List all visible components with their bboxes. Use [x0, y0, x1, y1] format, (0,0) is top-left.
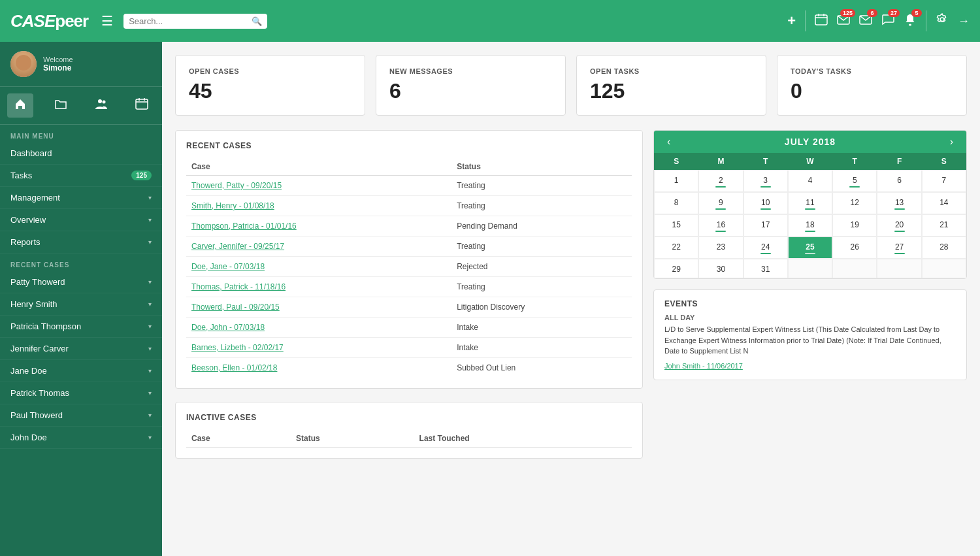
- case-link[interactable]: Carver, Jennifer - 09/25/17: [191, 242, 284, 251]
- calendar-cell[interactable]: 18: [788, 214, 832, 237]
- settings-button[interactable]: [936, 13, 949, 29]
- sidebar-item-management[interactable]: Management ▾: [0, 187, 162, 209]
- sidebar-item-reports[interactable]: Reports ▾: [0, 231, 162, 253]
- sidebar-recent-john-doe[interactable]: John Doe ▾: [0, 427, 162, 449]
- calendar-cell[interactable]: 9: [698, 192, 743, 214]
- case-link[interactable]: Thomas, Patrick - 11/18/16: [191, 282, 286, 291]
- sidebar-recent-jennifer-carver[interactable]: Jennifer Carver ▾: [0, 338, 162, 360]
- sidebar-recent-patty-thowerd[interactable]: Patty Thowerd ▾: [0, 271, 162, 293]
- sidebar-recent-henry-smith[interactable]: Henry Smith ▾: [0, 293, 162, 316]
- sidebar-item-dashboard[interactable]: Dashboard: [0, 142, 162, 165]
- sidebar-item-tasks[interactable]: Tasks 125: [0, 165, 162, 187]
- col-case: Case: [186, 158, 451, 176]
- sidebar-folder-icon[interactable]: [48, 93, 74, 118]
- hamburger-button[interactable]: ☰: [101, 13, 113, 29]
- day-number: 21: [939, 220, 948, 229]
- day-number: 28: [939, 242, 948, 252]
- cal-next-button[interactable]: ›: [946, 136, 957, 148]
- calendar-cell[interactable]: [922, 259, 966, 278]
- calendar-cell[interactable]: 8: [654, 192, 698, 214]
- sidebar-item-overview[interactable]: Overview ▾: [0, 209, 162, 231]
- calendar-cell[interactable]: 20: [877, 214, 921, 237]
- table-row: Thomas, Patrick - 11/18/16 Treating: [186, 277, 632, 297]
- sidebar: Welcome Simone MAIN MENU Dashboard Tasks: [0, 42, 162, 556]
- calendar-cell[interactable]: 24: [743, 237, 788, 259]
- calendar-cell[interactable]: 12: [832, 192, 877, 214]
- calendar-cell[interactable]: 17: [743, 214, 788, 237]
- col-status: Status: [291, 430, 414, 448]
- calendar-cell[interactable]: 1: [654, 170, 698, 192]
- add-button[interactable]: +: [787, 12, 796, 29]
- table-row: Doe, John - 07/03/18 Intake: [186, 318, 632, 338]
- calendar-cell[interactable]: 25: [788, 237, 832, 259]
- sidebar-home-icon[interactable]: [7, 93, 33, 118]
- email-tasks-button[interactable]: 125: [837, 13, 850, 29]
- calendar-cell[interactable]: 14: [922, 192, 966, 214]
- status-cell: Treating: [451, 176, 632, 196]
- case-link[interactable]: Thowerd, Patty - 09/20/15: [191, 181, 282, 190]
- calendar-cell[interactable]: 5: [832, 170, 877, 192]
- calendar-cell[interactable]: [877, 259, 921, 278]
- calendar-cell[interactable]: 2: [698, 170, 743, 192]
- calendar-cell[interactable]: 21: [922, 214, 966, 237]
- day-sat: S: [922, 153, 966, 170]
- calendar-cell[interactable]: 31: [743, 259, 788, 278]
- sidebar-people-icon[interactable]: [88, 93, 114, 118]
- case-cell: Thowerd, Patty - 09/20/15: [186, 176, 451, 196]
- event-dot: [894, 208, 905, 210]
- status-cell: Pending Demand: [451, 216, 632, 237]
- calendar-cell[interactable]: 19: [832, 214, 877, 237]
- inbox-button[interactable]: 6: [859, 13, 872, 29]
- calendar-cell[interactable]: 11: [788, 192, 832, 214]
- sidebar-calendar-icon[interactable]: [129, 93, 155, 118]
- day-wed: W: [788, 153, 832, 170]
- case-link[interactable]: Thompson, Patricia - 01/01/16: [191, 221, 297, 231]
- case-link[interactable]: Thowerd, Paul - 09/20/15: [191, 303, 280, 312]
- sidebar-recent-jane-doe[interactable]: Jane Doe ▾: [0, 360, 162, 382]
- case-link[interactable]: Doe, John - 07/03/18: [191, 323, 265, 332]
- event-dot: [849, 186, 860, 188]
- sidebar-recent-patricia-thompson[interactable]: Patricia Thompson ▾: [0, 316, 162, 338]
- calendar-cell[interactable]: 16: [698, 214, 743, 237]
- case-link[interactable]: Doe, Jane - 07/03/18: [191, 262, 265, 271]
- case-link[interactable]: Smith, Henry - 01/08/18: [191, 201, 274, 210]
- day-number: 17: [761, 220, 770, 229]
- chevron-icon: ▾: [148, 323, 152, 330]
- calendar-cell[interactable]: 30: [698, 259, 743, 278]
- calendar-card: ‹ JULY 2018 › S M T W T F S 123456789101…: [653, 130, 967, 279]
- event-case-link[interactable]: John Smith - 11/06/2017: [664, 362, 743, 370]
- search-input[interactable]: [129, 16, 248, 26]
- calendar-cell[interactable]: 13: [877, 192, 921, 214]
- calendar-cell[interactable]: 23: [698, 237, 743, 259]
- calendar-cell[interactable]: 29: [654, 259, 698, 278]
- case-link[interactable]: Barnes, Lizbeth - 02/02/17: [191, 343, 284, 352]
- calendar-cell[interactable]: 22: [654, 237, 698, 259]
- bell-button[interactable]: 5: [904, 13, 917, 29]
- event-dot: [894, 253, 905, 254]
- calendar-cell[interactable]: 3: [743, 170, 788, 192]
- calendar-cell[interactable]: 7: [922, 170, 966, 192]
- chat-button[interactable]: 27: [881, 13, 894, 29]
- calendar-cell[interactable]: [788, 259, 832, 278]
- welcome-label: Welcome: [43, 56, 73, 63]
- case-cell: Beeson, Ellen - 01/02/18: [186, 358, 451, 378]
- calendar-cell[interactable]: 28: [922, 237, 966, 259]
- calendar-cell[interactable]: 10: [743, 192, 788, 214]
- stats-row: OPEN CASES 45 NEW MESSAGES 6 OPEN TASKS …: [175, 55, 967, 116]
- calendar-cell[interactable]: 4: [788, 170, 832, 192]
- cal-prev-button[interactable]: ‹: [663, 136, 674, 148]
- inactive-cases-title: INACTIVE CASES: [186, 413, 632, 422]
- calendar-cell[interactable]: 15: [654, 214, 698, 237]
- sidebar-recent-paul-thowerd[interactable]: Paul Thowerd ▾: [0, 404, 162, 427]
- svg-point-9: [103, 101, 106, 104]
- sidebar-recent-patrick-thomas[interactable]: Patrick Thomas ▾: [0, 382, 162, 404]
- calendar-cell[interactable]: 6: [877, 170, 921, 192]
- calendar-section: ‹ JULY 2018 › S M T W T F S 123456789101…: [653, 130, 967, 459]
- logout-button[interactable]: →: [958, 14, 970, 28]
- calendar-button[interactable]: [815, 13, 828, 29]
- calendar-cell[interactable]: 27: [877, 237, 921, 259]
- calendar-cell[interactable]: [832, 259, 877, 278]
- calendar-cell[interactable]: 26: [832, 237, 877, 259]
- case-link[interactable]: Beeson, Ellen - 01/02/18: [191, 363, 277, 372]
- inactive-cases-table: Case Status Last Touched: [186, 430, 632, 448]
